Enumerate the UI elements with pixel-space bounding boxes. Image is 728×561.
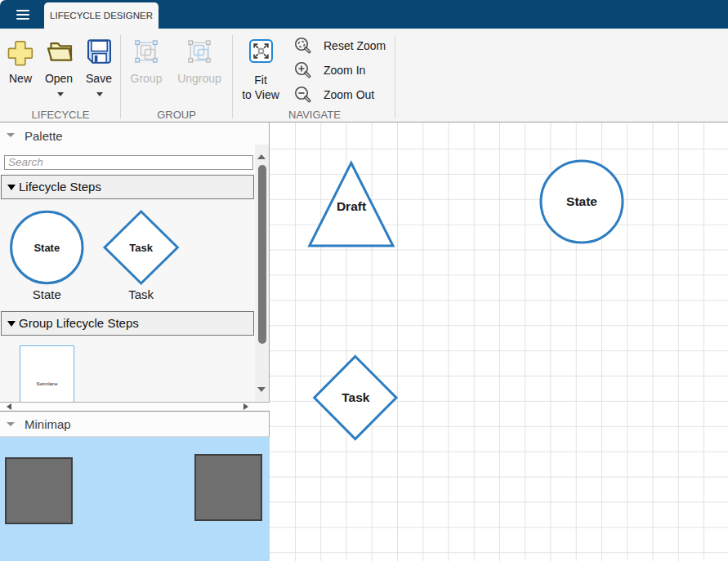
svg-text:State: State <box>33 242 60 254</box>
svg-text:State: State <box>33 287 61 301</box>
svg-text:Draft: Draft <box>337 199 366 213</box>
svg-text:State: State <box>566 194 597 208</box>
svg-text:Task: Task <box>129 242 153 254</box>
svg-text:Task: Task <box>128 287 154 301</box>
svg-text:Task: Task <box>342 390 370 404</box>
